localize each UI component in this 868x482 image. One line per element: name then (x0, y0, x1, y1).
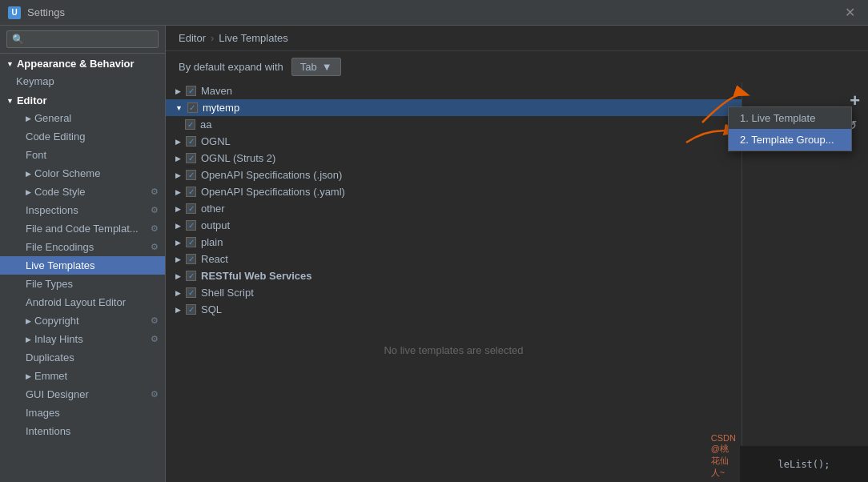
sidebar-item-file-encodings[interactable]: File Encodings ⚙ (0, 238, 165, 256)
sidebar-item-file-code-templates[interactable]: File and Code Templat... ⚙ (0, 219, 165, 238)
tree-item-label: RESTful Web Services (201, 270, 311, 282)
watermark: CSDN @桃花仙人~ (711, 433, 736, 479)
popup-item-live-template[interactable]: 1. Live Template (729, 107, 851, 129)
chevron-right-icon (175, 255, 181, 263)
sidebar-item-label: Android Layout Editor (26, 296, 126, 308)
sidebar-item-live-templates[interactable]: Live Templates (0, 256, 165, 275)
chevron-down-icon (6, 97, 14, 105)
chevron-right-icon (26, 170, 31, 178)
checkbox-shell-script[interactable] (186, 287, 196, 298)
sidebar-item-label: Inspections (26, 204, 78, 216)
sidebar-item-label: Keymap (16, 75, 54, 87)
sidebar-item-color-scheme[interactable]: Color Scheme (0, 164, 165, 183)
search-input[interactable] (6, 30, 159, 48)
sidebar-item-editor[interactable]: Editor (0, 90, 165, 109)
chevron-down-icon (6, 60, 14, 68)
tree-item-label: OpenAPI Specifications (.json) (201, 169, 342, 181)
sidebar-item-file-types[interactable]: File Types (0, 275, 165, 293)
tree-item-sql[interactable]: SQL (166, 301, 741, 318)
expand-dropdown[interactable]: Tab ▼ (291, 58, 341, 76)
tree-item-label: Shell Script (201, 287, 254, 299)
sidebar-item-label: General (34, 112, 71, 124)
tree-item-restful[interactable]: RESTful Web Services (166, 267, 741, 284)
checkbox-react[interactable] (186, 254, 196, 264)
sidebar: Appearance & Behavior Keymap Editor Gene… (0, 26, 166, 482)
checkbox-mytemp[interactable] (187, 102, 198, 113)
tree-item-label: plain (201, 236, 223, 248)
window-title: Settings (27, 6, 840, 18)
sidebar-item-label: File Encodings (26, 241, 94, 253)
tree-item-openapi-json[interactable]: OpenAPI Specifications (.json) (166, 167, 741, 183)
dropdown-value: Tab (300, 61, 317, 73)
tree-item-react[interactable]: React (166, 251, 741, 267)
tree-item-maven[interactable]: Maven (166, 82, 741, 99)
checkbox-plain[interactable] (186, 237, 196, 247)
sidebar-item-label: Duplicates (26, 351, 74, 364)
sidebar-item-gui-designer[interactable]: GUI Designer ⚙ (0, 385, 165, 404)
chevron-right-icon (175, 306, 181, 314)
sidebar-item-general[interactable]: General (0, 109, 165, 127)
checkbox-openapi-yaml[interactable] (186, 187, 196, 197)
breadcrumb: Editor › Live Templates (166, 26, 868, 51)
checkbox-restful[interactable] (186, 271, 196, 281)
checkbox-sql[interactable] (186, 304, 196, 315)
checkbox-maven[interactable] (186, 86, 196, 96)
tree-item-label: other (201, 203, 225, 215)
close-button[interactable]: ✕ (840, 3, 860, 22)
tree-item-plain[interactable]: plain (166, 234, 741, 251)
checkbox-aa[interactable] (185, 119, 195, 130)
checkbox-ognl-struts[interactable] (186, 153, 196, 163)
settings-icon: ⚙ (151, 223, 159, 234)
code-preview: leList(); (740, 446, 868, 482)
sidebar-item-label: GUI Designer (26, 388, 89, 400)
sidebar-item-inlay-hints[interactable]: Inlay Hints ⚙ (0, 330, 165, 348)
settings-icon: ⚙ (151, 389, 159, 400)
breadcrumb-parent: Editor (179, 32, 206, 44)
sidebar-item-label: File Types (26, 278, 73, 290)
sidebar-item-intentions[interactable]: Intentions (0, 422, 165, 440)
sidebar-item-inspections[interactable]: Inspections ⚙ (0, 201, 165, 219)
popup-item-template-group[interactable]: 2. Template Group... (729, 129, 851, 151)
sidebar-item-label: Copyright (34, 315, 79, 327)
settings-icon: ⚙ (151, 187, 159, 197)
checkbox-output[interactable] (186, 220, 196, 231)
tree-item-mytemp[interactable]: mytemp (166, 99, 741, 116)
settings-icon: ⚙ (151, 334, 159, 344)
sidebar-item-copyright[interactable]: Copyright ⚙ (0, 311, 165, 330)
sidebar-item-font[interactable]: Font (0, 146, 165, 164)
toolbar: By default expand with Tab ▼ (166, 51, 868, 82)
sidebar-item-code-style[interactable]: Code Style ⚙ (0, 183, 165, 201)
sidebar-item-keymap[interactable]: Keymap (0, 72, 165, 90)
tree-item-ognl-struts[interactable]: OGNL (Struts 2) (166, 150, 741, 167)
sidebar-item-label: Editor (17, 94, 47, 106)
tree-item-other[interactable]: other (166, 200, 741, 217)
checkbox-other[interactable] (186, 203, 196, 214)
code-text: leList(); (778, 459, 830, 470)
sidebar-item-code-editing[interactable]: Code Editing (0, 127, 165, 146)
toolbar-label: By default expand with (179, 61, 283, 73)
tree-item-openapi-yaml[interactable]: OpenAPI Specifications (.yaml) (166, 183, 741, 200)
tree-item-label: mytemp (203, 102, 239, 114)
checkbox-openapi-json[interactable] (186, 170, 196, 180)
sidebar-item-appearance[interactable]: Appearance & Behavior (0, 54, 165, 72)
chevron-right-icon (175, 222, 181, 230)
tree-item-label: OGNL (201, 135, 231, 147)
sidebar-item-images[interactable]: Images (0, 404, 165, 422)
sidebar-item-label: File and Code Templat... (26, 223, 139, 235)
sidebar-item-label: Images (26, 407, 60, 419)
chevron-down-icon (175, 104, 183, 112)
tree-panel: Maven mytemp aa OGNL (166, 82, 742, 482)
sidebar-item-duplicates[interactable]: Duplicates (0, 348, 165, 367)
sidebar-item-android-layout-editor[interactable]: Android Layout Editor (0, 293, 165, 311)
tree-item-label: OpenAPI Specifications (.yaml) (201, 186, 345, 198)
sidebar-item-emmet[interactable]: Emmet (0, 367, 165, 385)
checkbox-ognl[interactable] (186, 136, 196, 147)
tree-item-shell-script[interactable]: Shell Script (166, 284, 741, 301)
chevron-right-icon (175, 188, 181, 196)
tree-item-ognl[interactable]: OGNL (166, 133, 741, 150)
title-bar: U Settings ✕ (0, 0, 868, 26)
tree-item-output[interactable]: output (166, 217, 741, 234)
sidebar-item-label: Intentions (26, 425, 70, 437)
tree-item-aa[interactable]: aa (166, 116, 741, 133)
chevron-right-icon (175, 155, 181, 163)
